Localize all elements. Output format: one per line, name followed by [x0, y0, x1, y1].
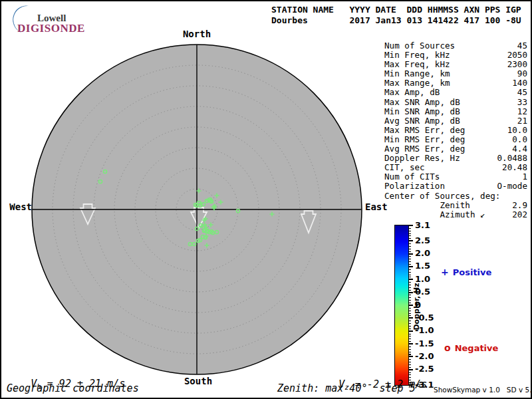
- parameter-value: 21: [517, 116, 527, 126]
- parameter-label: Azimuth ↙: [384, 210, 485, 219]
- parameter-value: O-mode: [497, 182, 528, 191]
- parameter-row: Avg RMS Err, deg4.4: [384, 144, 527, 154]
- parameter-row: PolarizationO-mode: [384, 182, 527, 191]
- parameter-label: CIT, sec: [384, 163, 425, 172]
- parameter-row: Center of Sources, deg:: [384, 192, 527, 201]
- negative-label: Negative: [455, 343, 499, 353]
- parameter-label: Doppler Res, Hz: [384, 154, 460, 163]
- parameter-row: Num of CITs1: [384, 172, 527, 182]
- parameter-row: Min RMS Err, deg0.0: [384, 135, 527, 144]
- colorbar-tick-label: 2.5: [415, 236, 430, 245]
- parameter-row: Min SNR Amp, dB12: [384, 107, 527, 116]
- parameter-label: Max RMS Err, deg: [384, 126, 465, 135]
- parameter-row: CIT, sec20.48: [384, 163, 527, 172]
- parameter-value: 1: [522, 172, 527, 182]
- parameter-row: Min Freq, kHz2050: [384, 51, 527, 60]
- parameter-row: Azimuth ↙202: [384, 210, 527, 219]
- showskymap-window: Lowell DIGISONDE STATION NAME YYYY DATE …: [0, 0, 532, 399]
- legend-negative: oNegative: [444, 342, 498, 353]
- parameter-value: 0.0488: [497, 154, 528, 163]
- parameter-label: Max SNR Amp, dB: [384, 98, 460, 107]
- parameter-label: Min Range, km: [384, 69, 450, 78]
- doppler-colorbar: [394, 225, 409, 386]
- parameter-label: Center of Sources, deg:: [384, 192, 500, 201]
- parameter-value: 45: [517, 88, 527, 97]
- zenith-scale-note: Zenith: max 40° step 5°: [277, 382, 422, 394]
- parameter-value: 140: [512, 78, 527, 88]
- parameter-value: 45: [517, 41, 527, 51]
- parameter-value: 2300: [507, 60, 527, 69]
- parameter-value: 202: [512, 210, 527, 219]
- positive-marker-icon: +: [441, 267, 449, 277]
- parameter-row: Max Range, km140: [384, 78, 527, 88]
- parameter-row: Min Range, km90: [384, 69, 527, 78]
- parameter-value: 20.48: [502, 163, 527, 172]
- parameter-value: 90: [517, 69, 527, 78]
- compass-south-label: South: [178, 376, 218, 386]
- version-label: ShowSkymap v 1.0 SD v 5.1: [434, 386, 532, 394]
- doppler-axis-label: Doppler, Hz: [412, 253, 424, 360]
- parameter-label: Avg SNR Amp, dB: [384, 116, 460, 126]
- parameter-label: Num of Sources: [384, 41, 455, 51]
- parameter-value: 10.0: [507, 126, 527, 135]
- compass-west-label: West: [3, 201, 32, 212]
- parameter-label: Zenith: [384, 201, 470, 210]
- parameter-value: 2050: [507, 51, 527, 60]
- parameter-label: Min SNR Amp, dB: [384, 107, 460, 116]
- parameter-label: Num of CITs: [384, 172, 440, 182]
- lowell-digisonde-logo: Lowell DIGISONDE: [5, 3, 98, 33]
- parameter-row: Max Amp, dB45: [384, 88, 527, 97]
- parameter-label: Min RMS Err, deg: [384, 135, 465, 144]
- legend-positive: +Positive: [441, 267, 491, 277]
- parameter-value: 12: [517, 107, 527, 116]
- positive-label: Positive: [453, 267, 492, 277]
- header-station-values: Dourbes 2017 Jan13 013 141422 417 100 -8…: [271, 15, 521, 26]
- parameter-label: Avg RMS Err, deg: [384, 144, 465, 154]
- compass-north-label: North: [177, 29, 217, 39]
- parameter-value: 0.0: [512, 135, 527, 144]
- parameters-panel: Num of Sources45Min Freq, kHz2050Max Fre…: [384, 41, 527, 219]
- parameter-label: Polarization: [384, 182, 445, 191]
- parameter-label: Max Amp, dB: [384, 88, 440, 97]
- colorbar-tick-label: 3.1: [415, 221, 430, 230]
- header-column-titles: STATION NAME YYYY DATE DDD HHMMSS AXN PP…: [271, 5, 521, 15]
- parameter-label: Max Freq, kHz: [384, 60, 450, 69]
- parameter-row: Max RMS Err, deg10.0: [384, 126, 527, 135]
- parameter-row: Max Freq, kHz2300: [384, 60, 527, 69]
- negative-marker-icon: o: [444, 342, 451, 353]
- parameter-value: 2.9: [512, 201, 527, 210]
- parameter-value: 4.4: [512, 144, 527, 154]
- colorbar-tick: [409, 225, 413, 226]
- parameter-value: 33: [517, 98, 527, 107]
- logo-digisonde-text: DIGISONDE: [17, 22, 85, 35]
- parameter-label: Max Range, km: [384, 78, 450, 88]
- parameter-row: Avg SNR Amp, dB21: [384, 116, 527, 126]
- colorbar-tick: [409, 240, 413, 241]
- parameter-row: Num of Sources45: [384, 41, 527, 51]
- parameter-row: Zenith2.9: [384, 201, 527, 210]
- parameter-label: Min Freq, kHz: [384, 51, 450, 60]
- coordinate-system-label: Geographic coordinates: [7, 382, 139, 394]
- parameter-row: Doppler Res, Hz0.0488: [384, 154, 527, 163]
- parameter-row: Max SNR Amp, dB33: [384, 98, 527, 107]
